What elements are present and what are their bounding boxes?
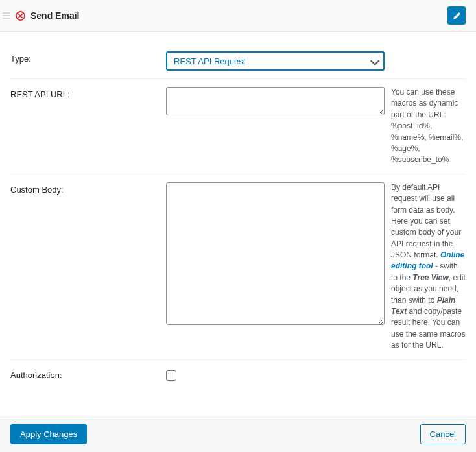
url-input[interactable] xyxy=(166,87,385,115)
pencil-icon xyxy=(452,11,462,21)
header-left: Send Email xyxy=(3,10,79,21)
edit-button[interactable] xyxy=(447,6,466,25)
row-type: Type: xyxy=(10,43,466,79)
auth-checkbox[interactable] xyxy=(166,370,176,381)
panel-footer: Apply Changes Cancel xyxy=(0,416,476,452)
type-select[interactable] xyxy=(166,51,385,71)
url-label: REST API URL: xyxy=(10,87,160,99)
panel-title: Send Email xyxy=(30,10,79,21)
row-body: Custom Body: By default API request will… xyxy=(10,174,466,360)
url-help-text: You can use these macros as dynamic part… xyxy=(391,87,466,166)
row-auth: Authorization: xyxy=(10,360,466,390)
panel-header: Send Email xyxy=(0,0,476,32)
body-label: Custom Body: xyxy=(10,182,160,195)
row-url: REST API URL: You can use these macros a… xyxy=(10,79,466,174)
apply-button[interactable]: Apply Changes xyxy=(10,424,87,444)
type-label: Type: xyxy=(10,51,160,64)
type-select-wrap xyxy=(166,51,385,71)
body-input[interactable] xyxy=(166,182,385,325)
cancel-button[interactable]: Cancel xyxy=(420,424,466,444)
body-help-tree-view: Tree View xyxy=(412,273,448,282)
auth-label: Authorization: xyxy=(10,368,160,380)
body-help-text: By default API request will use all form… xyxy=(391,182,466,351)
panel-body: Type: REST API URL: You can use these ma… xyxy=(0,32,476,416)
body-help-part1: By default API request will use all form… xyxy=(391,183,461,259)
drag-handle-icon[interactable] xyxy=(3,12,10,19)
close-icon[interactable] xyxy=(16,11,25,21)
